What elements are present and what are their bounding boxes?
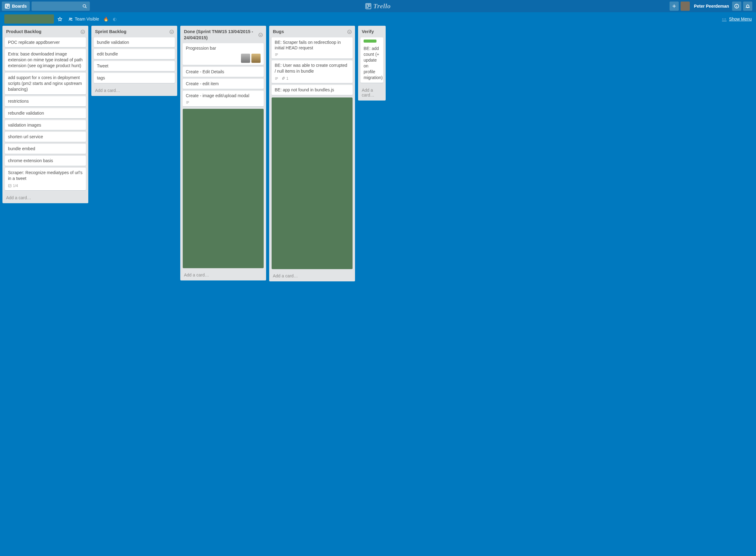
card[interactable]: validation images xyxy=(5,120,86,130)
app-logo[interactable]: Trello xyxy=(365,2,390,10)
list-cards: bundle validation edit bundle Tweet tags xyxy=(91,36,177,86)
list-menu-icon[interactable] xyxy=(169,29,174,34)
member-avatar[interactable] xyxy=(251,54,261,63)
card[interactable]: Create - Edit Details xyxy=(183,67,264,77)
board-emoji-placeholder[interactable]: ◐ xyxy=(113,16,116,22)
card[interactable]: BE: Scraper fails on redirectloop in ini… xyxy=(272,37,352,59)
list-cards: BE: add count (+ update on profile migra… xyxy=(358,36,386,85)
board-header: Team Visible 🔥 ◐ ⋯ Show Menu xyxy=(0,12,756,26)
plus-icon xyxy=(672,4,676,8)
boards-button[interactable]: Boards xyxy=(2,2,30,11)
checklist-badge: 1/4 xyxy=(8,183,18,188)
redacted-content xyxy=(272,98,352,269)
card[interactable]: Create - edit item xyxy=(183,79,264,89)
show-menu-button[interactable]: ⋯ Show Menu xyxy=(722,16,752,22)
list-cards: POC replicate appdbserver Extra: base do… xyxy=(2,36,88,193)
card[interactable]: Tweet xyxy=(94,61,175,71)
search-icon xyxy=(82,4,87,8)
svg-point-22 xyxy=(348,30,351,34)
boards-icon xyxy=(5,4,10,8)
attachment-icon xyxy=(281,77,285,80)
svg-point-17 xyxy=(170,30,174,34)
card[interactable]: rebundle validation xyxy=(5,108,86,118)
card[interactable]: POC replicate appdbserver xyxy=(5,37,86,47)
list-menu-icon[interactable] xyxy=(80,29,85,34)
description-badge xyxy=(275,53,278,57)
bell-icon xyxy=(745,4,750,8)
label-green xyxy=(364,39,376,43)
list-done: Done (Sprint TNW15 13/04/2015 - 24/04/20… xyxy=(180,26,266,280)
info-button[interactable] xyxy=(732,2,741,11)
card-members xyxy=(186,54,261,63)
card[interactable]: Extra: base downloaded image extension o… xyxy=(5,49,86,71)
redacted-content xyxy=(183,109,264,268)
list-bugs: Bugs BE: Scraper fails on redirectloop i… xyxy=(269,26,355,281)
list-sprint-backlog: Sprint Backlog bundle validation edit bu… xyxy=(91,26,177,96)
list-cards: BE: Scraper fails on redirectloop in ini… xyxy=(269,36,355,98)
search-input[interactable] xyxy=(32,2,90,11)
app-name: Trello xyxy=(373,2,390,10)
list-title[interactable]: Bugs xyxy=(273,28,347,36)
board: Product Backlog POC replicate appdbserve… xyxy=(0,26,756,556)
card[interactable]: edit bundle xyxy=(94,49,175,59)
description-icon xyxy=(186,101,190,104)
board-emoji-fire[interactable]: 🔥 xyxy=(103,16,108,22)
list-product-backlog: Product Backlog POC replicate appdbserve… xyxy=(2,26,88,203)
card[interactable]: BE: User was able to create corrupted / … xyxy=(272,60,352,83)
card[interactable]: restrictions xyxy=(5,96,86,106)
add-card-button[interactable]: Add a card… xyxy=(180,270,266,280)
add-card-button[interactable]: Add a card… xyxy=(2,193,88,203)
svg-point-18 xyxy=(259,33,263,37)
svg-point-14 xyxy=(71,18,72,19)
card[interactable]: Create - image edit/upload modal xyxy=(183,91,264,106)
boards-label: Boards xyxy=(12,4,27,8)
svg-point-15 xyxy=(81,30,84,34)
description-badge xyxy=(275,77,278,80)
list-cards: Progression bar Create - Edit Details Cr… xyxy=(180,42,266,109)
list-title[interactable]: Sprint Backlog xyxy=(95,28,169,36)
visibility-button[interactable]: Team Visible xyxy=(68,16,99,22)
list-title[interactable]: Product Backlog xyxy=(6,28,80,36)
svg-rect-7 xyxy=(369,4,370,6)
card[interactable]: Scraper: Recognize mediatypes of url's i… xyxy=(5,168,86,190)
info-icon xyxy=(734,4,739,8)
board-name[interactable] xyxy=(4,14,54,24)
member-avatar[interactable] xyxy=(241,54,250,63)
list-verify: Verify BE: add count (+ update on profil… xyxy=(358,26,386,101)
card[interactable]: bundle embed xyxy=(5,144,86,154)
svg-rect-6 xyxy=(367,4,368,8)
list-title[interactable]: Verify xyxy=(362,28,383,36)
add-card-button[interactable]: Add a card… xyxy=(269,271,355,281)
card[interactable]: bundle validation xyxy=(94,37,175,47)
card[interactable]: add support for x cores in deployment sc… xyxy=(5,73,86,94)
list-menu-icon[interactable] xyxy=(258,33,263,37)
checklist-icon xyxy=(8,184,12,187)
card[interactable]: shorten url service xyxy=(5,132,86,142)
list-title[interactable]: Done (Sprint TNW15 13/04/2015 - 24/04/20… xyxy=(184,28,258,41)
card[interactable]: Progression bar xyxy=(183,43,264,65)
add-card-button[interactable]: Add a card… xyxy=(358,85,386,101)
card[interactable]: chrome extension basis xyxy=(5,156,86,166)
trello-logo-icon xyxy=(365,3,371,9)
svg-line-4 xyxy=(85,7,87,8)
description-badge xyxy=(186,101,190,104)
list-menu-icon[interactable] xyxy=(347,29,352,34)
svg-point-13 xyxy=(69,18,70,19)
description-icon xyxy=(275,77,278,80)
description-icon xyxy=(275,53,278,57)
avatar[interactable] xyxy=(681,2,690,11)
svg-rect-2 xyxy=(8,5,9,6)
star-button[interactable] xyxy=(58,17,64,22)
visibility-label: Team Visible xyxy=(75,16,99,22)
user-name[interactable]: Peter Peerdeman xyxy=(691,4,732,8)
svg-point-12 xyxy=(736,5,737,5)
attachment-badge: 1 xyxy=(281,76,288,81)
show-menu-label: Show Menu xyxy=(729,16,752,22)
card[interactable]: tags xyxy=(94,73,175,83)
create-button[interactable] xyxy=(669,2,679,11)
star-icon xyxy=(58,17,62,22)
notifications-button[interactable] xyxy=(743,2,752,11)
card[interactable]: BE: add count (+ update on profile migra… xyxy=(360,37,383,83)
add-card-button[interactable]: Add a card… xyxy=(91,85,177,96)
card[interactable]: BE: app not found in bundles.js xyxy=(272,85,352,95)
